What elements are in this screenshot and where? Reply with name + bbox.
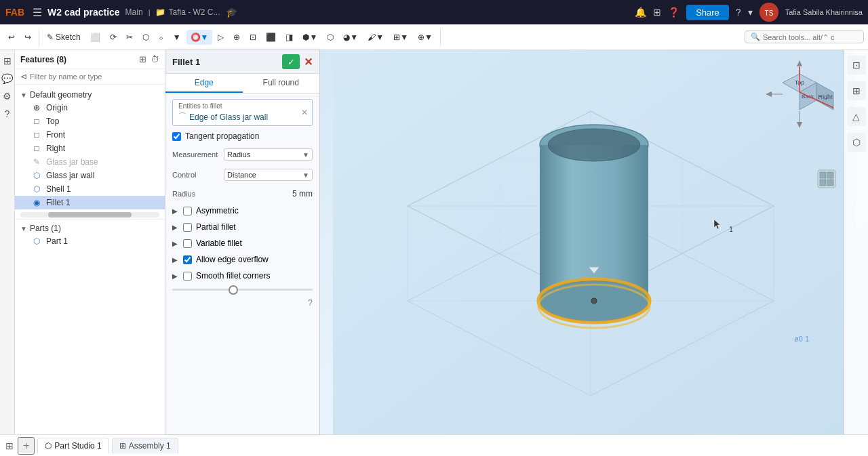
- share-button[interactable]: Share: [686, 5, 729, 20]
- search-input[interactable]: [763, 33, 858, 41]
- tool-btn-15[interactable]: 🖌▼: [363, 30, 388, 45]
- variable-fillet-checkbox[interactable]: [183, 239, 192, 248]
- tool-btn-5[interactable]: ⬦: [155, 30, 167, 45]
- tangent-propagation-row[interactable]: Tangent propagation: [172, 130, 313, 142]
- tree-item-glass-jar-base[interactable]: ✎ Glass jar base: [15, 155, 165, 169]
- tree-item-right[interactable]: □ Right: [15, 142, 165, 155]
- tree-item-top[interactable]: □ Top: [15, 115, 165, 128]
- viewport[interactable]: ø0 1: [320, 50, 868, 434]
- right-panel-icon-2[interactable]: ⊞: [847, 81, 866, 100]
- tool-btn-17[interactable]: ⊕▼: [414, 30, 437, 45]
- tool-btn-2[interactable]: ⟳: [106, 30, 121, 45]
- file-tab[interactable]: 📁 Tafia - W2 C...: [155, 7, 220, 17]
- tool-btn-6[interactable]: ▼: [169, 30, 185, 45]
- allow-edge-overflow-checkbox[interactable]: [183, 255, 192, 264]
- branch-label[interactable]: Main: [125, 7, 143, 17]
- tree-item-shell-1[interactable]: ⬡ Shell 1: [15, 182, 165, 196]
- tool-btn-10[interactable]: ⬛: [262, 30, 280, 45]
- tab-full-round[interactable]: Full round: [243, 74, 320, 93]
- help-circle-icon[interactable]: ❓: [668, 7, 679, 18]
- tool-btn-16[interactable]: ⊞▼: [389, 30, 412, 45]
- tool-btn-4[interactable]: ⬡: [138, 30, 153, 45]
- tool-btn-9[interactable]: ⊡: [245, 30, 260, 45]
- partial-fillet-checkbox[interactable]: [183, 223, 192, 232]
- settings-icon[interactable]: ▾: [748, 7, 753, 18]
- help-button[interactable]: ?: [308, 297, 313, 308]
- view-selector[interactable]: [816, 169, 837, 191]
- measurement-chevron-icon: ▼: [302, 151, 309, 159]
- slider-track: [172, 289, 313, 291]
- filter-input[interactable]: [30, 72, 159, 81]
- features-icon-2[interactable]: ⏱: [151, 54, 159, 64]
- features-header: Features (8) ⊞ ⏱: [15, 50, 165, 69]
- right-panel-icon-3[interactable]: △: [847, 107, 866, 126]
- tree-item-origin[interactable]: ⊕ Origin: [15, 101, 165, 115]
- smooth-fillet-corners-checkbox[interactable]: [183, 272, 192, 281]
- tool-btn-3[interactable]: ✂: [122, 30, 137, 45]
- apps-icon[interactable]: ⊞: [653, 7, 661, 18]
- default-geometry-header[interactable]: ▼ Default geometry: [15, 89, 165, 101]
- measurement-select[interactable]: Radius Diameter ▼: [224, 148, 313, 161]
- tangent-propagation-checkbox[interactable]: [172, 132, 181, 141]
- tree-item-fillet-1[interactable]: ◉ Fillet 1: [15, 196, 165, 209]
- tab-edge[interactable]: Edge: [165, 74, 243, 93]
- fillet-1-label: Fillet 1: [46, 198, 70, 207]
- view-selector-svg: [816, 169, 837, 189]
- slider-area[interactable]: [172, 286, 313, 293]
- left-icon-1[interactable]: ⊞: [3, 56, 12, 66]
- tool-btn-1[interactable]: ⬜: [86, 30, 104, 45]
- measurement-dropdown[interactable]: Radius Diameter: [227, 150, 302, 159]
- tool-btn-14[interactable]: ◕▼: [339, 30, 362, 45]
- slider-thumb[interactable]: [229, 285, 238, 295]
- control-row: Control Distance Chord length ▼: [172, 167, 313, 183]
- fillet-cancel-button[interactable]: ✕: [304, 56, 313, 68]
- features-icon-1[interactable]: ⊞: [139, 54, 146, 64]
- tree-item-front[interactable]: □ Front: [15, 128, 165, 142]
- entities-clear-button[interactable]: ✕: [301, 108, 308, 117]
- fillet-ok-button[interactable]: ✓: [282, 54, 300, 69]
- bottom-icon-home[interactable]: ⊞: [5, 440, 14, 451]
- topbar-right: 🔔 ⊞ ❓ Share ? ▾ Tafia Sabila Khairinnisa: [635, 3, 863, 22]
- tree-scrollbar[interactable]: [20, 212, 159, 217]
- radius-row: Radius 5 mm: [172, 187, 313, 201]
- svg-rect-43: [820, 180, 826, 186]
- notification-icon[interactable]: 🔔: [635, 7, 646, 18]
- filter-icon: ⊲: [20, 72, 27, 81]
- allow-edge-overflow-row[interactable]: ▶ Allow edge overflow: [172, 253, 313, 266]
- fab-logo[interactable]: FAB: [5, 7, 24, 18]
- filter-box[interactable]: ⊲: [15, 69, 165, 85]
- redo-button[interactable]: ↪: [20, 30, 35, 45]
- right-panel-icon-4[interactable]: ⬡: [847, 133, 866, 152]
- tool-btn-8[interactable]: ⊕: [229, 30, 244, 45]
- partial-fillet-row[interactable]: ▶ Partial fillet: [172, 221, 313, 233]
- variable-fillet-row[interactable]: ▶ Variable fillet: [172, 237, 313, 249]
- menu-icon[interactable]: ☰: [33, 6, 42, 19]
- tool-btn-active[interactable]: ⭕▼: [186, 30, 213, 45]
- search-box[interactable]: 🔍: [745, 30, 864, 43]
- left-icon-2[interactable]: 💬: [1, 73, 13, 84]
- cube-navigator[interactable]: Top Right Back: [762, 57, 837, 140]
- left-icon-3[interactable]: ⚙: [3, 91, 12, 102]
- right-panel-icon-1[interactable]: ⊡: [847, 56, 866, 75]
- sketch-button[interactable]: ✎ Sketch: [43, 30, 85, 45]
- help-icon[interactable]: ?: [736, 7, 741, 18]
- parts-header[interactable]: ▼ Parts (1): [15, 222, 165, 234]
- smooth-fillet-corners-row[interactable]: ▶ Smooth fillet corners: [172, 270, 313, 282]
- tab-part-studio[interactable]: ⬡ Part Studio 1: [37, 438, 108, 453]
- radius-label: Radius: [172, 190, 292, 198]
- left-icon-4[interactable]: ?: [5, 108, 10, 119]
- tool-btn-13[interactable]: ⬡: [323, 30, 338, 45]
- tool-btn-11[interactable]: ◨: [281, 30, 297, 45]
- control-dropdown[interactable]: Distance Chord length: [227, 171, 302, 179]
- tool-btn-7[interactable]: ▷: [214, 30, 228, 45]
- tree-item-glass-jar-wall[interactable]: ⬡ Glass jar wall: [15, 169, 165, 182]
- tool-btn-12[interactable]: ⬢▼: [298, 30, 321, 45]
- asymmetric-checkbox[interactable]: [183, 207, 192, 215]
- add-tab-button[interactable]: +: [18, 437, 35, 455]
- tree-item-part-1[interactable]: ⬡ Part 1: [15, 234, 165, 248]
- control-select[interactable]: Distance Chord length ▼: [224, 169, 313, 181]
- asymmetric-row[interactable]: ▶ Asymmetric: [172, 205, 313, 217]
- grad-icon[interactable]: 🎓: [226, 7, 237, 18]
- undo-button[interactable]: ↩: [4, 30, 19, 45]
- tab-assembly[interactable]: ⊞ Assembly 1: [112, 438, 178, 453]
